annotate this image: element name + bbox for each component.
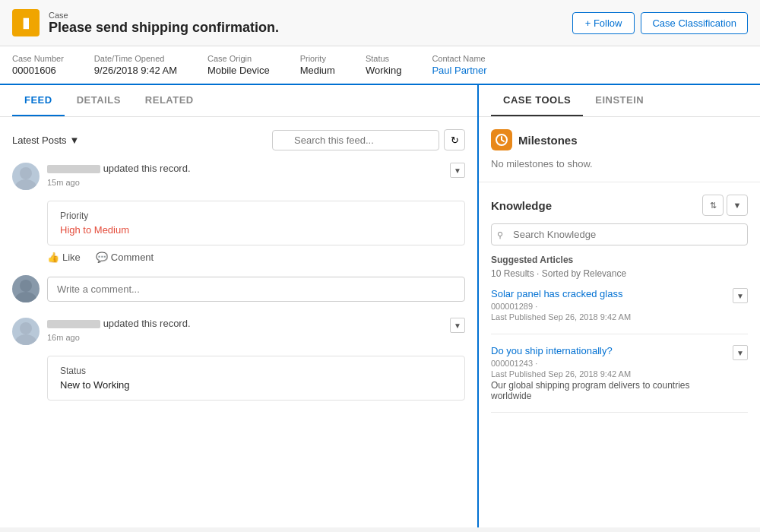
right-tabs: CASE TOOLS EINSTEIN [479, 85, 760, 117]
case-info: Case Please send shipping confirmation. [49, 11, 279, 36]
meta-label-origin: Case Origin [207, 54, 270, 63]
knowledge-search-input[interactable] [491, 223, 748, 245]
latest-posts-chevron: ▼ [70, 135, 80, 146]
avatar-2 [12, 318, 40, 345]
change-card-1: Priority High to Medium [47, 201, 465, 245]
contact-link[interactable]: Paul Partner [432, 65, 486, 76]
post-author-2 [47, 320, 100, 328]
comment-button[interactable]: 💬 Comment [96, 252, 154, 263]
milestones-icon [491, 129, 512, 150]
meta-label-case-number: Case Number [12, 54, 64, 63]
feed-search-container: ⚲ ↻ [272, 129, 465, 150]
post-action-2: updated this record. [103, 318, 191, 329]
milestones-title: Milestones [518, 134, 578, 147]
like-button[interactable]: 👍 Like [47, 252, 81, 263]
article-content-1: Solar panel has cracked glass 000001289 … [491, 288, 733, 323]
post-dropdown-2[interactable]: ▼ [450, 318, 465, 333]
article-dropdown-2[interactable]: ▼ [733, 345, 748, 360]
meta-case-number: Case Number 00001606 [12, 54, 64, 76]
article-meta-2: 000001243 · [491, 359, 733, 368]
header-left: ▮ Case Please send shipping confirmation… [12, 9, 279, 36]
article-title-1[interactable]: Solar panel has cracked glass [491, 288, 733, 299]
follow-button[interactable]: + Follow [572, 12, 635, 34]
status-card: Status New to Working [47, 356, 465, 401]
like-label: Like [62, 252, 81, 263]
main-content: FEED DETAILS RELATED Latest Posts ▼ ⚲ ↻ [0, 85, 760, 527]
change-value-1: High to Medium [60, 224, 452, 236]
article-title-2[interactable]: Do you ship internationally? [491, 345, 733, 356]
case-title: Please send shipping confirmation. [49, 20, 279, 36]
post-header-2: updated this record. ▼ [47, 318, 465, 333]
article-content-2: Do you ship internationally? 000001243 ·… [491, 345, 733, 401]
tab-related[interactable]: RELATED [133, 85, 206, 116]
meta-value-status: Working [366, 65, 401, 76]
article-published-2: Last Published Sep 26, 2018 9:42 AM [491, 369, 733, 378]
meta-value-date: 9/26/2018 9:42 AM [94, 65, 177, 76]
results-count: 10 Results · Sorted by Relevance [491, 268, 748, 279]
post-author-1 [47, 165, 100, 173]
knowledge-sort-button[interactable]: ⇅ [702, 195, 724, 216]
comment-label: Comment [111, 252, 154, 263]
comment-input-row [12, 275, 465, 302]
meta-contact: Contact Name Paul Partner [432, 54, 486, 76]
meta-value-case-number: 00001606 [12, 65, 64, 76]
left-tabs: FEED DETAILS RELATED [0, 85, 477, 117]
knowledge-search-icon: ⚲ [497, 230, 503, 239]
latest-posts-dropdown[interactable]: Latest Posts ▼ [12, 135, 79, 146]
like-icon: 👍 [47, 252, 59, 263]
tab-details[interactable]: DETAILS [65, 85, 133, 116]
feed-search-wrap: ⚲ [272, 130, 439, 150]
article-meta-1: 000001289 · [491, 302, 733, 311]
svg-point-5 [15, 334, 36, 345]
right-panel: CASE TOOLS EINSTEIN Milestones No milest… [479, 85, 760, 527]
knowledge-dropdown-button[interactable]: ▼ [727, 195, 748, 216]
knowledge-title: Knowledge [491, 199, 552, 212]
comment-avatar [12, 275, 40, 302]
tab-einstein[interactable]: EINSTEIN [583, 85, 656, 116]
meta-label-status: Status [366, 54, 401, 63]
post-author-line-2: updated this record. [47, 318, 191, 329]
article-dropdown-1[interactable]: ▼ [733, 288, 748, 303]
tab-feed[interactable]: FEED [12, 85, 65, 116]
feed-search-input[interactable] [272, 130, 439, 150]
post-action-1: updated this record. [103, 163, 191, 174]
tab-case-tools[interactable]: CASE TOOLS [491, 85, 583, 116]
article-dot-1: · [535, 302, 537, 311]
post-item-2: updated this record. ▼ 16m ago [12, 318, 465, 345]
suggested-articles-label: Suggested Articles [491, 255, 748, 265]
knowledge-actions: ⇅ ▼ [702, 195, 748, 216]
status-value: New to Working [60, 379, 452, 391]
feed-refresh-button[interactable]: ↻ [444, 129, 465, 150]
article-dot-2: · [535, 359, 537, 368]
meta-bar: Case Number 00001606 Date/Time Opened 9/… [0, 46, 760, 85]
meta-label-contact: Contact Name [432, 54, 486, 63]
post-dropdown-1[interactable]: ▼ [450, 163, 465, 178]
case-label: Case [49, 11, 279, 20]
comment-input[interactable] [47, 277, 465, 302]
post-time-2: 16m ago [47, 333, 465, 342]
no-milestones-text: No milestones to show. [491, 158, 748, 169]
milestones-section: Milestones No milestones to show. [479, 117, 760, 182]
milestones-header: Milestones [491, 129, 748, 150]
svg-point-3 [15, 292, 36, 302]
feed-toolbar: Latest Posts ▼ ⚲ ↻ [12, 129, 465, 150]
meta-label-priority: Priority [300, 54, 335, 63]
article-id-1: 000001289 [491, 302, 533, 311]
page-header: ▮ Case Please send shipping confirmation… [0, 0, 760, 46]
article-id-2: 000001243 [491, 359, 533, 368]
knowledge-header: Knowledge ⇅ ▼ [491, 195, 748, 216]
svg-point-1 [15, 179, 36, 190]
header-actions: + Follow Case Classification [572, 12, 748, 34]
meta-value-origin: Mobile Device [207, 65, 270, 76]
case-classification-button[interactable]: Case Classification [641, 12, 748, 34]
post-item-1: updated this record. ▼ 15m ago [12, 163, 465, 190]
avatar-1 [12, 163, 40, 190]
article-item-1: Solar panel has cracked glass 000001289 … [491, 288, 748, 334]
svg-point-0 [20, 167, 32, 179]
meta-value-priority: Medium [300, 65, 335, 76]
meta-date-opened: Date/Time Opened 9/26/2018 9:42 AM [94, 54, 177, 76]
post-author-line-1: updated this record. [47, 163, 191, 174]
post-content-2: updated this record. ▼ 16m ago [47, 318, 465, 342]
knowledge-section: Knowledge ⇅ ▼ ⚲ Suggested Articles 10 Re… [479, 182, 760, 435]
meta-status: Status Working [366, 54, 401, 76]
